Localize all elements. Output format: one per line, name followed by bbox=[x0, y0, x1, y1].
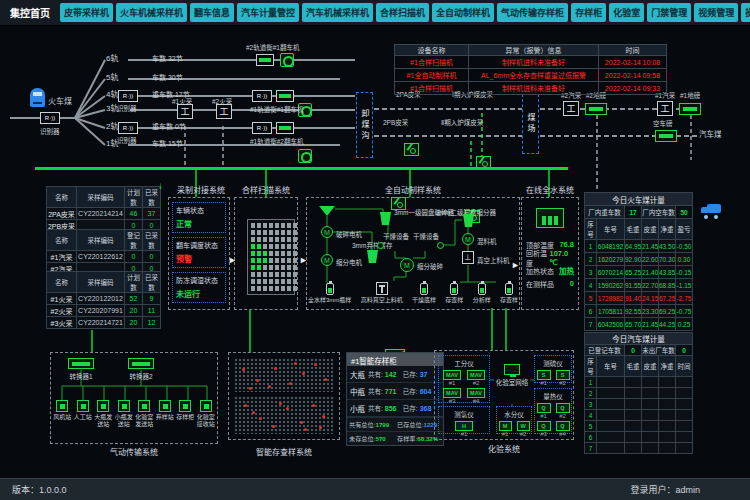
scan-cell bbox=[269, 223, 273, 228]
cell-gross bbox=[625, 410, 642, 421]
analyzer-unit: Q#2 bbox=[555, 403, 570, 419]
lab-network-icon bbox=[504, 364, 520, 375]
truck-table-title: 今日汽车煤计量 bbox=[585, 333, 693, 345]
scan-cell bbox=[281, 258, 285, 263]
water-reading-value: 加热 bbox=[559, 265, 574, 276]
rfid-reader-icon: R·)) bbox=[252, 90, 272, 102]
scan-cell bbox=[293, 286, 297, 291]
station-icon bbox=[179, 400, 191, 412]
converter-label: 转换器2 bbox=[122, 371, 160, 381]
rfid-reader-label: 识别器 bbox=[117, 135, 137, 145]
alarm-row[interactable]: #1合样扫描机 制样机进料未准备好 2022-02-14 09:33 bbox=[395, 82, 667, 95]
sample-bottle-label: 全水样3mm瓶样 bbox=[308, 295, 351, 304]
col-net: 净重 bbox=[659, 219, 676, 240]
lab-network: 化验室网络 bbox=[494, 362, 530, 387]
have-label: 共有: bbox=[368, 403, 383, 413]
weighing-row: 2 bbox=[585, 388, 693, 399]
cell-tare bbox=[642, 388, 659, 399]
cell-done: 0 bbox=[143, 251, 161, 263]
mixer-label: 混料机 bbox=[477, 236, 497, 246]
scan-cell bbox=[281, 237, 285, 242]
sample-bottle-icon bbox=[376, 282, 388, 295]
rail-scale-icon bbox=[256, 54, 274, 66]
water-reading-label: 回析温度 bbox=[526, 248, 549, 268]
registered-count-value: 0 bbox=[625, 345, 642, 356]
col-gross: 毛重 bbox=[625, 356, 642, 377]
analyzer-label: #1 bbox=[454, 431, 474, 437]
rfid-reader-icon: R·)) bbox=[252, 122, 272, 134]
stored-sample-dot bbox=[249, 387, 252, 390]
alarm-message: AL_6mm全水存查样重量过低报警 bbox=[469, 69, 599, 82]
cell-tare bbox=[642, 421, 659, 432]
version-value: 1.0.0.0 bbox=[39, 485, 67, 495]
lab-group-title: 测硫仪 bbox=[536, 358, 570, 368]
status-value: 未运行 bbox=[176, 288, 222, 299]
scan-cell bbox=[275, 272, 279, 277]
have-value: 856 bbox=[385, 405, 401, 412]
cell-code: CY220214721 bbox=[77, 317, 125, 329]
smart-dots-b bbox=[234, 396, 334, 434]
converter-icon bbox=[68, 358, 94, 369]
cell-done: 12 bbox=[143, 317, 161, 329]
cell-car: 1620279 bbox=[597, 253, 625, 266]
vacuum-label: 真空上料机 bbox=[477, 255, 510, 265]
scan-cell bbox=[269, 244, 273, 249]
scan-cell bbox=[263, 230, 267, 235]
scan-cell bbox=[287, 258, 291, 263]
have-label: 共有: bbox=[368, 369, 383, 379]
scan-cell bbox=[281, 230, 285, 235]
sample-bottle-icon bbox=[505, 283, 513, 295]
cell-car bbox=[597, 399, 625, 410]
lab-group-title: 量热仪 bbox=[536, 391, 570, 401]
weighing-row: 5 bbox=[585, 421, 693, 432]
analyzer-unit: S#2 bbox=[555, 370, 570, 386]
stored-value: 368 bbox=[420, 405, 432, 412]
analyzer-icon: Q bbox=[556, 403, 570, 413]
lab-group-title: 水分仪 bbox=[498, 409, 530, 419]
motor1-label: 破碎电机 bbox=[336, 229, 362, 239]
col-code: 采样编码 bbox=[77, 272, 125, 293]
bottle-stat-row: 大瓶 共有: 142 已存: 37 bbox=[347, 366, 443, 383]
alarm-device: #1合样扫描机 bbox=[395, 56, 469, 69]
col-tare: 皮重 bbox=[642, 356, 659, 377]
station-label: 风机站 bbox=[52, 414, 73, 421]
truck-sampler2-icon: 工 bbox=[563, 101, 579, 116]
scan-cell bbox=[263, 223, 267, 228]
water-reading-value: 107.0 ℃ bbox=[549, 249, 574, 267]
cell-car bbox=[597, 377, 625, 388]
scan-cell bbox=[269, 230, 273, 235]
stored-label: 已存: bbox=[403, 386, 418, 396]
scada-main-screen: 集控首页 皮带采样机火车机械采样机翻车信息汽车计量管控汽车机械采样机合样扫描机全… bbox=[0, 0, 750, 500]
scan-cell bbox=[251, 265, 255, 270]
scan-cell bbox=[251, 272, 255, 277]
lab-group-calorimeter: 量热仪 Q#1Q#2Q#3Q#4 bbox=[534, 388, 572, 434]
coal-yard-box: 煤场 bbox=[522, 94, 539, 154]
cell-name: #1汽采 bbox=[47, 251, 77, 263]
analyzer-icon: Q bbox=[556, 421, 570, 431]
stored-sample-dot bbox=[259, 417, 262, 420]
track-note: 重车数 0节 bbox=[152, 123, 186, 130]
table-row: #1汽采CY220122612 00 bbox=[47, 251, 161, 263]
scan-cell bbox=[275, 265, 279, 270]
scan-cell bbox=[257, 279, 261, 284]
train-sampler2-icon: 工 bbox=[216, 104, 232, 119]
analyzer-unit: MAV#4 bbox=[466, 388, 486, 404]
col-index: 序号 bbox=[585, 356, 597, 377]
cell-tare: 21.40 bbox=[642, 266, 659, 279]
sample-bottle-label: 高料真空上料机 bbox=[361, 295, 403, 304]
track-note: 车数 30节 bbox=[152, 74, 183, 81]
sample-bottle-slot: 全水样3mm瓶样 bbox=[308, 280, 351, 304]
cell-index: 2 bbox=[585, 388, 597, 399]
stored-sample-dot bbox=[314, 363, 317, 366]
alarm-row[interactable]: #1合样扫描机 制样机进料未准备好 2022-02-14 10:08 bbox=[395, 56, 667, 69]
water-title: 在线全水系统 bbox=[520, 184, 580, 195]
scan-cell bbox=[251, 279, 255, 284]
reject-bin-label: 3mm弃样暂存 bbox=[352, 240, 392, 250]
cabinet-stats-panel: #1智能存样柜 大瓶 共有: 142 已存: 37 中瓶 共有: 771 已存:… bbox=[346, 352, 444, 446]
empty-count-value: 50 bbox=[676, 206, 693, 219]
sample-bottle-slot: 存查样 bbox=[500, 280, 518, 304]
alarm-row[interactable]: #1全自动制样机 AL_6mm全水存查样重量过低报警 2022-02-14 09… bbox=[395, 69, 667, 82]
truck-scale1-label: #1地磅 bbox=[680, 90, 700, 100]
crusher-motor-icon: M bbox=[321, 226, 333, 238]
sample-bottle-slot: 分析样 bbox=[473, 280, 491, 304]
